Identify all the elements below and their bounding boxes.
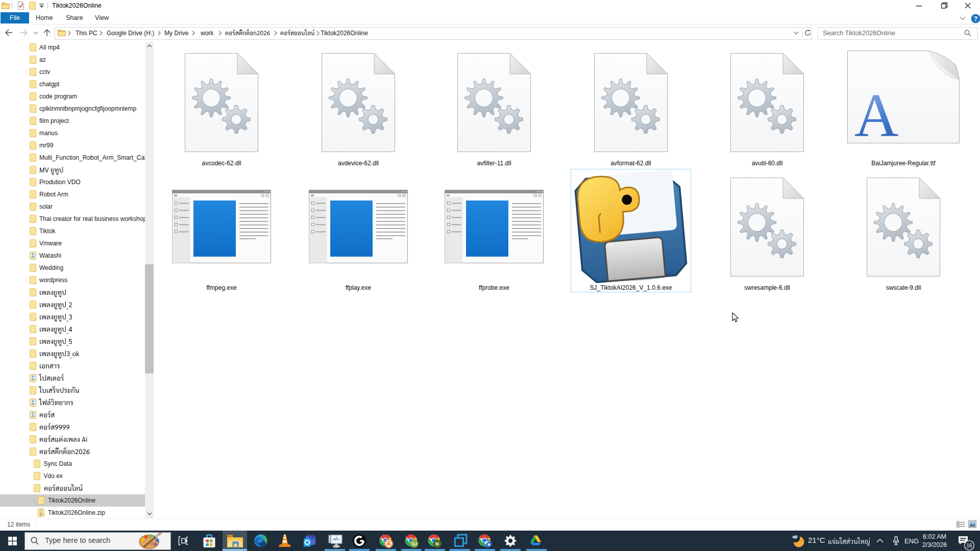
svg-text:16: 16 bbox=[966, 543, 972, 548]
svg-text:N: N bbox=[435, 541, 439, 546]
svg-text:SJ: SJ bbox=[411, 541, 417, 546]
svg-text:?: ? bbox=[974, 15, 978, 22]
